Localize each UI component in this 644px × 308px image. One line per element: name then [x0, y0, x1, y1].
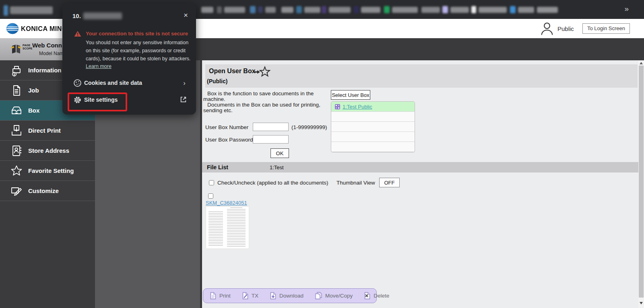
tx-doc-icon	[242, 292, 249, 300]
bookmark-redacted[interactable]	[518, 7, 534, 13]
bookmark-redacted[interactable]	[304, 7, 320, 13]
bookmark-redacted[interactable]	[329, 7, 351, 13]
bookmark-redacted[interactable]	[471, 6, 476, 13]
file-checkbox[interactable]	[208, 193, 213, 199]
ok-button[interactable]: OK	[270, 148, 289, 158]
delete-doc-icon	[364, 292, 371, 300]
box-description-1: Box is the function to save documents in…	[203, 91, 326, 102]
bookmark-redacted[interactable]	[322, 6, 326, 13]
scroll-down-icon[interactable]	[640, 302, 643, 304]
bookmark-redacted[interactable]	[10, 6, 53, 14]
check-all-label: Check/Uncheck (applied to all the docume…	[217, 180, 328, 186]
warning-body: You should not enter any sensitive infor…	[86, 39, 193, 63]
product-name: Web Conn	[32, 42, 62, 49]
bookmark-redacted[interactable]	[250, 6, 256, 13]
page-header-band: Open User Box (Public)	[205, 64, 638, 88]
bookmark-redacted[interactable]	[4, 5, 8, 16]
main-content: Open User Box (Public) Box is the functi…	[202, 60, 638, 308]
warning-triangle-icon	[74, 31, 81, 37]
bookmark-redacted[interactable]	[354, 6, 359, 13]
box-tray-icon	[10, 104, 23, 117]
user-box-link[interactable]: 1:Test Public	[343, 104, 372, 110]
bookmark-redacted[interactable]	[281, 7, 293, 13]
delete-button[interactable]: Delete	[364, 292, 389, 300]
file-name-link[interactable]: SKM_C36824051	[206, 200, 247, 206]
bookmark-redacted[interactable]	[258, 6, 263, 13]
bookmark-redacted[interactable]	[510, 6, 516, 13]
star-icon	[10, 164, 23, 177]
to-login-screen-button[interactable]: To Login Screen	[582, 23, 630, 34]
tx-button[interactable]: TX	[242, 292, 258, 300]
download-doc-icon	[270, 292, 277, 300]
user-box-number-input[interactable]	[253, 123, 289, 131]
bookmark-redacted[interactable]	[361, 7, 380, 13]
bookmark-redacted[interactable]	[450, 7, 469, 13]
bookmark-redacted[interactable]	[201, 7, 213, 13]
pagescope-book-icon	[10, 43, 22, 55]
user-box-list: 1:Test Public	[331, 101, 415, 152]
user-box-number-label: User Box Number	[205, 124, 248, 130]
bookmark-redacted[interactable]	[217, 6, 222, 13]
sidebar-item-favorite-setting[interactable]: Favorite Setting	[0, 161, 95, 181]
thumbnail-text-column	[227, 209, 246, 247]
bookmarks-overflow-icon[interactable]: »	[624, 4, 629, 13]
move-copy-doc-icon	[315, 292, 322, 300]
scroll-up-icon[interactable]	[640, 62, 643, 64]
user-box-row-selected[interactable]: 1:Test Public	[331, 102, 415, 112]
select-user-box-button[interactable]: Select User Box	[331, 90, 370, 100]
sidebar-item-direct-print[interactable]: Direct Print	[0, 121, 95, 141]
user-box-row-empty[interactable]	[331, 122, 415, 132]
learn-more-link[interactable]: Learn more	[86, 64, 111, 69]
warning-title: Your connection to this site is not secu…	[86, 31, 191, 37]
user-box-password-label: User Box Password	[205, 137, 253, 143]
thumbnail-view-label: Thumbnail View	[336, 180, 375, 186]
user-box-number-hint: (1-999999999)	[291, 124, 327, 130]
user-box-icon	[335, 104, 340, 109]
bookmark-redacted[interactable]	[265, 7, 276, 13]
bookmark-redacted[interactable]	[384, 6, 390, 13]
vertical-scrollbar[interactable]	[638, 60, 644, 308]
popup-host-label: 10.	[72, 12, 81, 19]
bookmark-redacted[interactable]	[421, 7, 440, 13]
sidebar-item-store-address[interactable]: Store Address	[0, 141, 95, 161]
close-icon[interactable]: ×	[184, 11, 188, 20]
print-doc-icon	[210, 292, 217, 300]
document-icon	[10, 84, 23, 97]
check-all-checkbox[interactable]	[209, 180, 214, 185]
thumbnail-text-line	[230, 207, 242, 208]
add-to-favorite-star-icon[interactable]	[253, 66, 271, 78]
user-box-password-input[interactable]	[253, 135, 289, 144]
bookmark-redacted[interactable]	[537, 7, 558, 13]
user-box-row-empty[interactable]	[331, 112, 415, 122]
red-highlight-box	[68, 92, 127, 111]
file-list-box-name: 1:Test	[270, 164, 284, 170]
print-button[interactable]: Print	[210, 292, 231, 300]
pagescope-label: PAGE SCOPE	[23, 44, 33, 50]
info-device-icon	[10, 64, 23, 77]
download-button[interactable]: Download	[270, 292, 303, 300]
bookmark-redacted[interactable]	[479, 7, 507, 13]
bookmark-redacted[interactable]	[442, 6, 448, 13]
address-book-icon	[10, 144, 23, 157]
direct-print-icon	[10, 124, 23, 137]
scrollbar-thumb[interactable]	[639, 66, 644, 298]
thumbnail-text-column	[208, 211, 223, 246]
bookmark-redacted[interactable]	[296, 6, 302, 13]
box-description-2: Documents in the Box can be used for pri…	[203, 102, 326, 113]
chevron-right-icon: ›	[183, 79, 186, 87]
move-copy-button[interactable]: Move/Copy	[315, 292, 353, 300]
cookie-icon	[73, 79, 82, 87]
sidebar-item-customize[interactable]: Customize	[0, 181, 95, 201]
konica-globe-logo	[6, 23, 19, 35]
file-thumbnail[interactable]	[206, 206, 249, 249]
screen: » KONICA MINOLTA Public To Login Screen	[0, 0, 644, 308]
thumbnail-view-toggle[interactable]: OFF	[379, 178, 400, 187]
user-box-row-empty[interactable]	[331, 132, 415, 142]
bookmark-redacted[interactable]	[392, 7, 418, 13]
popup-host-redacted	[83, 12, 122, 19]
user-icon	[539, 21, 555, 36]
file-list-header-bar: File List 1:Test	[202, 162, 638, 172]
bookmark-redacted[interactable]	[224, 7, 245, 13]
user-box-row-empty[interactable]	[331, 142, 415, 152]
customize-icon	[10, 185, 23, 197]
